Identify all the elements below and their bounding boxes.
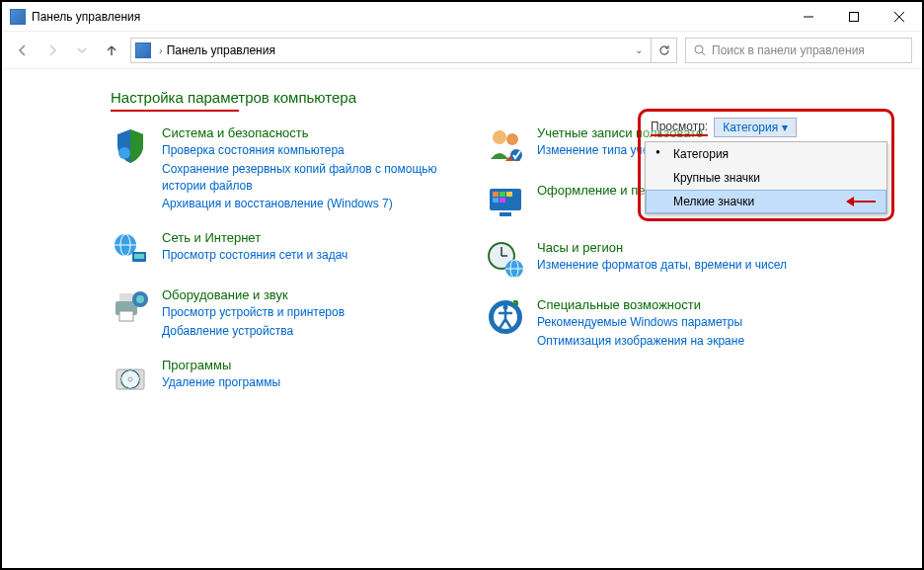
category-clock: Часы и регион Изменение форматов даты, в… [486,240,821,280]
view-current-text: Категория [723,121,778,134]
category-accessibility: Специальные возможности Рекомендуемые Wi… [486,297,821,350]
left-column: Система и безопасность Проверка состояни… [111,125,446,415]
forward-button[interactable] [41,40,63,61]
category-link[interactable]: Добавление устройства [162,323,345,340]
address-bar[interactable]: › Панель управления ⌄ [130,38,652,63]
search-box[interactable]: Поиск в панели управления [685,38,912,63]
titlebar: Панель управления [2,2,922,32]
view-option-small-label: Мелкие значки [673,195,754,208]
monitor-icon[interactable] [486,183,525,222]
svg-line-5 [702,52,705,55]
svg-point-20 [128,377,132,381]
svg-rect-29 [500,198,505,203]
svg-rect-13 [119,293,133,301]
category-title[interactable]: Программы [162,358,280,372]
control-panel-icon [135,42,151,58]
svg-rect-1 [850,12,859,21]
minimize-button[interactable] [786,2,831,31]
svg-point-21 [493,130,506,144]
maximize-button[interactable] [831,2,877,31]
svg-rect-25 [493,192,499,197]
users-icon[interactable] [486,125,525,165]
category-link[interactable]: Сохранение резервных копий файлов с помо… [162,161,446,195]
category-link[interactable]: Удаление программы [162,374,280,391]
svg-rect-27 [506,192,512,197]
view-dropdown-annotation: Просмотр: Категория ▾ Категория Крупные … [638,109,894,221]
category-link[interactable]: Проверка состояния компьютера [162,142,446,159]
category-link[interactable]: Рекомендуемые Windows параметры [537,314,744,331]
view-option-category[interactable]: Категория [646,142,886,166]
shield-icon[interactable] [111,125,150,165]
printer-icon[interactable] [111,287,150,327]
close-button[interactable] [877,2,922,31]
search-icon [694,44,706,56]
category-network: Сеть и Интернет Просмотр состояния сети … [111,230,446,270]
category-link[interactable]: Архивация и восстановление (Windows 7) [162,196,446,212]
app-icon [10,9,26,25]
window-title: Панель управления [32,10,140,24]
category-title[interactable]: Оборудование и звук [162,287,345,302]
disc-icon[interactable] [111,358,150,397]
category-link[interactable]: Оптимизация изображения на экране [537,333,744,350]
back-button[interactable] [12,40,34,61]
view-option-small-icons[interactable]: Мелкие значки [646,190,886,213]
globe-icon[interactable] [111,230,150,270]
category-hardware: Оборудование и звук Просмотр устройств и… [111,287,446,340]
category-programs: Программы Удаление программы [111,358,446,397]
svg-point-39 [503,305,508,310]
view-dropdown-menu: Категория Крупные значки Мелкие значки [645,141,887,214]
dropdown-arrow-icon: ▾ [782,121,788,134]
refresh-button[interactable] [652,38,677,63]
annotation-underline [111,110,239,112]
category-title[interactable]: Система и безопасность [162,125,446,140]
page-heading: Настройка параметров компьютера [111,89,894,106]
view-current-button[interactable]: Категория ▾ [714,118,797,137]
category-title[interactable]: Специальные возможности [537,297,744,312]
category-title[interactable]: Часы и регион [537,240,787,255]
category-link[interactable]: Просмотр состояния сети и задач [162,247,347,264]
svg-rect-28 [493,198,499,203]
category-link[interactable]: Просмотр устройств и принтеров [162,304,345,321]
svg-point-16 [136,295,144,303]
view-option-large-icons[interactable]: Крупные значки [646,166,886,190]
category-link[interactable]: Изменение форматов даты, времени и чисел [537,257,787,274]
annotation-arrow-icon [846,196,876,207]
view-label: Просмотр: [651,120,708,136]
navbar: › Панель управления ⌄ Поиск в панели упр… [2,32,922,69]
svg-rect-30 [500,212,511,216]
breadcrumb-label[interactable]: Панель управления [167,43,275,57]
search-placeholder: Поиск в панели управления [712,43,865,57]
accessibility-icon[interactable] [486,297,525,337]
svg-point-22 [506,133,518,145]
category-title[interactable]: Сеть и Интернет [162,230,347,245]
svg-rect-11 [134,254,144,259]
breadcrumb-dropdown[interactable]: ⌄ [635,44,647,55]
svg-rect-26 [500,192,505,197]
category-system: Система и безопасность Проверка состояни… [111,125,446,212]
clock-globe-icon[interactable] [486,240,525,280]
svg-point-4 [695,45,703,53]
svg-rect-14 [119,311,133,321]
up-button[interactable] [101,40,122,61]
svg-point-6 [118,147,130,159]
window-controls [786,2,922,31]
recent-dropdown[interactable] [71,40,93,61]
chevron-right-icon[interactable]: › [159,44,163,56]
view-header: Просмотр: Категория ▾ [645,116,887,139]
